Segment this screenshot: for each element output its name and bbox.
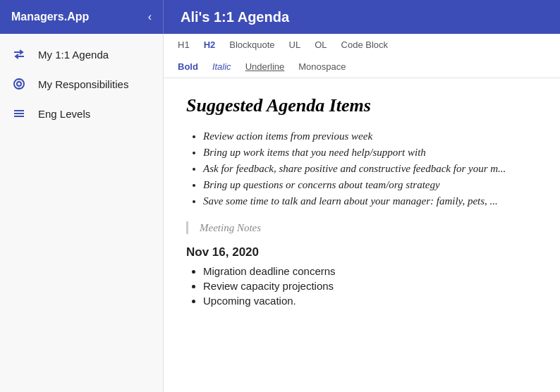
toolbar-ul[interactable]: UL: [286, 38, 304, 51]
sidebar-item-eng-levels[interactable]: Eng Levels: [0, 99, 163, 128]
toolbar-h1[interactable]: H1: [175, 38, 193, 51]
app-header: Managers.App ‹ Ali's 1:1 Agenda: [0, 0, 560, 34]
sidebar-item-my-1-1-agenda[interactable]: My 1:1 Agenda: [0, 39, 163, 69]
agenda-list: Review action items from previous week B…: [186, 130, 537, 207]
toolbar-ol[interactable]: OL: [312, 38, 329, 51]
svg-point-3: [17, 82, 21, 86]
list-item: Ask for feedback, share positive and con…: [203, 163, 537, 175]
page-title: Ali's 1:1 Agenda: [164, 9, 306, 25]
sidebar-label-my-responsibilities: My Responsibilities: [38, 78, 128, 90]
editor-toolbar: H1 H2 Blockquote UL OL Code Block Bold I…: [164, 34, 560, 78]
toolbar-monospace[interactable]: Monospace: [296, 60, 348, 73]
toolbar-bold[interactable]: Bold: [175, 60, 201, 73]
list-item: Review action items from previous week: [203, 130, 537, 142]
notes-list: Migration deadline concerns Review capac…: [186, 265, 537, 307]
sidebar-item-my-responsibilities[interactable]: My Responsibilities: [0, 69, 163, 99]
list-item: Upcoming vacation.: [203, 295, 537, 307]
list-item: Bring up questions or concerns about tea…: [203, 179, 537, 191]
sidebar-label-my-1-1-agenda: My 1:1 Agenda: [38, 49, 109, 61]
content-area: H1 H2 Blockquote UL OL Code Block Bold I…: [164, 34, 560, 392]
lines-icon: [11, 107, 27, 120]
svg-point-2: [14, 79, 24, 89]
list-item: Review capacity projections: [203, 280, 537, 292]
brand-name: Managers.App: [11, 11, 89, 23]
toolbar-italic[interactable]: Italic: [209, 60, 234, 73]
blockquote-text: Meeting Notes: [200, 222, 261, 233]
notes-date: Nov 16, 2020: [186, 245, 537, 259]
sidebar: My 1:1 Agenda My Responsibilities: [0, 34, 164, 392]
sidebar-label-eng-levels: Eng Levels: [38, 108, 90, 120]
toolbar-row-1: H1 H2 Blockquote UL OL Code Block: [164, 34, 560, 56]
editor-content: Suggested Agenda Items Review action ite…: [164, 78, 560, 326]
arrow-switch-icon: [11, 48, 27, 61]
list-item: Migration deadline concerns: [203, 265, 537, 277]
sidebar-brand: Managers.App ‹: [0, 0, 164, 34]
toolbar-h2[interactable]: H2: [201, 38, 219, 51]
editor-title: Suggested Agenda Items: [186, 95, 537, 116]
toolbar-underline[interactable]: Underline: [243, 60, 288, 73]
toolbar-row-2: Bold Italic Underline Monospace: [164, 56, 560, 78]
chevron-left-icon[interactable]: ‹: [148, 11, 152, 23]
toolbar-blockquote[interactable]: Blockquote: [226, 38, 277, 51]
toolbar-code-block[interactable]: Code Block: [339, 38, 391, 51]
list-item: Save some time to talk and learn about y…: [203, 195, 537, 207]
list-item: Bring up work items that you need help/s…: [203, 147, 537, 159]
target-icon: [11, 78, 27, 90]
main-layout: My 1:1 Agenda My Responsibilities: [0, 34, 560, 392]
meeting-notes-blockquote: Meeting Notes: [186, 221, 537, 234]
